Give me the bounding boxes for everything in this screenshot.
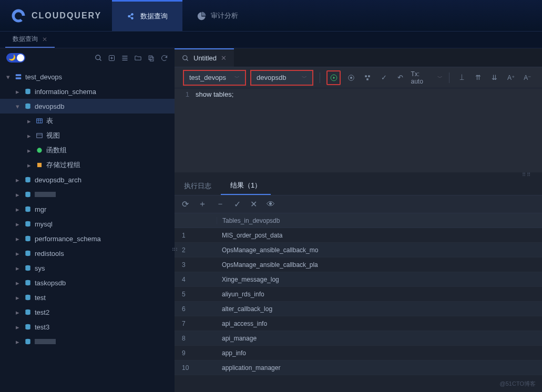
chevron-icon: ▾ — [6, 73, 12, 81]
table-row[interactable]: 7api_access_info — [175, 316, 542, 331]
tree-item-label — [35, 338, 56, 346]
tree-item-test2[interactable]: ▸test2 — [0, 305, 175, 319]
refresh-button[interactable]: ⟳ — [182, 199, 189, 209]
tree-item-redistools[interactable]: ▸redistools — [0, 246, 175, 261]
tree-item-performance_schema[interactable]: ▸performance_schema — [0, 231, 175, 246]
database-dropdown[interactable]: devopsdb ﹀ — [250, 70, 313, 86]
collapse-up-button[interactable]: ⇈ — [472, 71, 484, 84]
cell-value[interactable]: alter_callback_log — [217, 305, 542, 313]
font-increase-button[interactable]: A⁺ — [505, 71, 517, 84]
tree-item-label: 表 — [46, 116, 53, 126]
result-grid: Tables_in_devopsdb 1MIS_order_post_data2… — [175, 213, 542, 392]
close-icon[interactable]: ✕ — [221, 54, 227, 62]
table-row[interactable]: 3OpsManage_ansible_callback_pla — [175, 257, 542, 272]
folder-icon[interactable] — [134, 54, 142, 62]
cell-value[interactable]: app_info — [217, 349, 542, 357]
chevron-icon: ▸ — [16, 294, 21, 302]
tree-item-redacted[interactable]: ▸ — [0, 334, 175, 349]
cell-value[interactable]: application_manager — [217, 364, 542, 372]
table-row[interactable]: 1MIS_order_post_data — [175, 228, 542, 243]
drag-handle[interactable]: ⠿⠿ — [175, 172, 542, 177]
cancel-button[interactable]: ✕ — [250, 199, 257, 209]
cell-value[interactable]: MIS_order_post_data — [217, 232, 542, 239]
search-icon — [182, 55, 189, 62]
run-button[interactable] — [326, 70, 341, 85]
collapse-down-button[interactable]: ⇊ — [488, 71, 500, 84]
refresh-icon[interactable] — [160, 54, 168, 62]
nav-tab-data-query[interactable]: 数据查询 — [112, 0, 182, 31]
chevron-down-icon[interactable]: ﹀ — [437, 74, 443, 81]
add-icon[interactable] — [108, 54, 116, 62]
tree-item-test[interactable]: ▸test — [0, 290, 175, 305]
side-drag-handle[interactable]: ⠿ — [170, 247, 178, 253]
row-index: 1 — [175, 232, 217, 239]
connection-dropdown[interactable]: test_devops ﹀ — [183, 70, 246, 86]
commit-button[interactable]: ✓ — [378, 71, 390, 84]
tree-item-label: taskopsdb — [35, 279, 66, 287]
theme-toggle[interactable]: 🌙 — [6, 53, 25, 63]
cell-value[interactable]: OpsManage_ansible_callback_pla — [217, 261, 542, 269]
list-icon[interactable] — [121, 54, 129, 62]
result-tab-result[interactable]: 结果（1） — [221, 177, 271, 195]
table-row[interactable]: 2OpsManage_ansible_callback_mo — [175, 243, 542, 257]
cell-value[interactable]: Xinge_message_log — [217, 276, 542, 283]
chevron-icon: ▸ — [16, 338, 21, 346]
tree-item-存储过程组[interactable]: ▸存储过程组 — [0, 158, 175, 172]
tree-item-redacted[interactable]: ▸ — [0, 187, 175, 202]
tree-item-test_devops[interactable]: ▾test_devops — [0, 69, 175, 84]
apply-button[interactable]: ✓ — [234, 199, 241, 209]
nav-tabs: 数据查询 审计分析 — [112, 0, 253, 31]
tree-item-devopsdb[interactable]: ▾devopsdb — [0, 99, 175, 114]
tree-item-taskopsdb[interactable]: ▸taskopsdb — [0, 275, 175, 290]
chevron-icon: ▸ — [16, 323, 21, 331]
table-row[interactable]: 4Xinge_message_log — [175, 272, 542, 287]
font-decrease-button[interactable]: A⁻ — [521, 71, 534, 84]
sql-editor[interactable]: 1 show tables; — [175, 88, 542, 172]
view-button[interactable]: 👁 — [267, 200, 275, 209]
cell-value[interactable]: api_access_info — [217, 320, 542, 327]
tree-item-test3[interactable]: ▸test3 — [0, 319, 175, 334]
explain-button[interactable] — [362, 71, 374, 84]
search-icon[interactable] — [95, 54, 103, 62]
tree-item-label: sys — [35, 264, 45, 272]
stop-button[interactable] — [345, 71, 357, 84]
table-row[interactable]: 6alter_callback_log — [175, 302, 542, 316]
tree-item-devopsdb_arch[interactable]: ▸devopsdb_arch — [0, 172, 175, 187]
svg-rect-12 — [37, 133, 43, 138]
delete-row-button[interactable]: － — [216, 199, 224, 210]
tx-mode[interactable]: Tx: auto — [411, 70, 433, 85]
nav-tab-label: 数据查询 — [140, 12, 168, 21]
cell-value[interactable]: api_manage — [217, 335, 542, 342]
table-row[interactable]: 10application_manager — [175, 360, 542, 375]
tree-item-label: 函数组 — [46, 146, 67, 155]
table-row[interactable]: 9app_info — [175, 346, 542, 360]
format-button[interactable]: ⟘ — [456, 71, 468, 84]
chevron-icon: ▸ — [27, 147, 33, 154]
result-tab-bar: 执行日志 结果（1） — [175, 177, 542, 195]
row-index: 7 — [175, 320, 217, 327]
cell-value[interactable]: aliyun_rds_info — [217, 291, 542, 298]
editor-code[interactable]: show tables; — [196, 90, 542, 172]
tree-item-mgr[interactable]: ▸mgr — [0, 202, 175, 216]
result-tab-log[interactable]: 执行日志 — [175, 177, 221, 195]
tree-item-视图[interactable]: ▸视图 — [0, 128, 175, 143]
tree-item-label: devopsdb_arch — [35, 176, 81, 184]
tree-item-information_schema[interactable]: ▸information_schema — [0, 84, 175, 99]
tree-item-sys[interactable]: ▸sys — [0, 261, 175, 275]
db-icon — [24, 191, 32, 198]
db-icon — [24, 88, 32, 95]
copy-icon[interactable] — [147, 54, 155, 62]
column-header[interactable]: Tables_in_devopsdb — [217, 217, 542, 224]
tree-item-mysql[interactable]: ▸mysql — [0, 216, 175, 231]
rollback-button[interactable]: ↶ — [394, 71, 406, 84]
close-icon[interactable]: ✕ — [42, 36, 47, 43]
tree-item-表[interactable]: ▸表 — [0, 114, 175, 128]
tree-item-函数组[interactable]: ▸函数组 — [0, 143, 175, 158]
nav-tab-audit[interactable]: 审计分析 — [182, 0, 253, 31]
table-row[interactable]: 8api_manage — [175, 331, 542, 346]
add-row-button[interactable]: ＋ — [198, 199, 207, 210]
editor-tab-untitled[interactable]: Untitled ✕ — [175, 48, 234, 67]
table-row[interactable]: 5aliyun_rds_info — [175, 287, 542, 302]
cell-value[interactable]: OpsManage_ansible_callback_mo — [217, 246, 542, 254]
sub-tab-data-query[interactable]: 数据查询 ✕ — [5, 32, 55, 48]
